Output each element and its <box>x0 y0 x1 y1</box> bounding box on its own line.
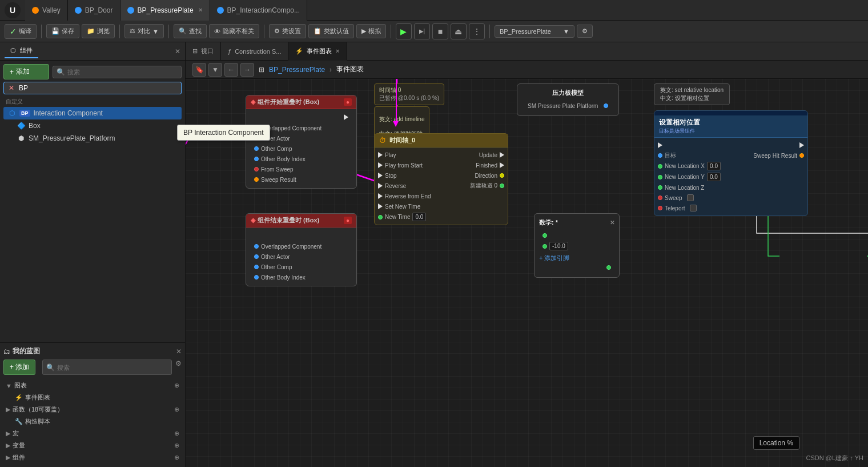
canvas-tab-construction[interactable]: ƒ Construction S... <box>221 42 288 61</box>
tab-close-button[interactable]: ✕ <box>198 7 203 13</box>
add-pin-row: + 添加引脚 <box>539 254 614 262</box>
more-play-options[interactable]: ⋮ <box>469 23 485 39</box>
variables-chevron-icon: ▶ <box>6 442 10 449</box>
separator-2 <box>119 25 120 38</box>
play-button[interactable]: ▶ <box>396 23 412 39</box>
mybp-search-icon: 🔍 <box>46 364 55 372</box>
new-time-pin <box>378 215 383 219</box>
mybp-search-input[interactable] <box>57 364 168 371</box>
node-begin-overlap[interactable]: ◈ 组件开始重叠时 (Box) ● Overlapped Component <box>246 95 357 189</box>
mybp-section-components[interactable]: ▶ 组件 ⊕ <box>3 452 182 464</box>
mybp-section-macro[interactable]: ▶ 宏 ⊕ <box>3 428 182 440</box>
from-sweep-pin <box>254 167 259 171</box>
compile-button[interactable]: ✓ 编译 <box>5 24 37 39</box>
node-set-relative-location[interactable]: 设置相对位置 目标是场景组件 <box>654 110 808 216</box>
mybp-settings-icon[interactable]: ⚙ <box>175 360 182 375</box>
class-settings-button[interactable]: ⚙ 类设置 <box>269 24 306 38</box>
mybp-search-box[interactable]: 🔍 <box>42 360 172 375</box>
pin-reverse-track: Reverse 新建轨道 0 <box>375 181 508 191</box>
bp-filter-clear-icon[interactable]: ✕ <box>9 84 14 92</box>
teleport-checkbox[interactable] <box>690 205 697 211</box>
pin-playfromstart-finished: Play from Start Finished <box>375 160 508 170</box>
tab-valley[interactable]: Valley <box>25 0 68 21</box>
components-add-icon[interactable]: ⊕ <box>174 454 179 461</box>
node-end-overlap[interactable]: ◈ 组件结束重叠时 (Box) ● Overlapped Component <box>246 213 357 286</box>
node-pressure-model[interactable]: 压力板模型 SM Pressure Plate Platform <box>517 83 619 116</box>
macro-chevron-icon: ▶ <box>6 430 10 437</box>
component-panel-close[interactable]: ✕ <box>175 47 180 55</box>
hide-irrelevant-button[interactable]: 👁 隐藏不相关 <box>209 24 259 38</box>
canvas-tab-eventgraph[interactable]: ⚡ 事件图表 ✕ <box>288 42 347 61</box>
search-icon: 🔍 <box>57 68 65 76</box>
event-icon: ⚡ <box>295 47 303 55</box>
update-exec-out <box>500 152 504 158</box>
graph-add-icon[interactable]: ⊕ <box>174 382 179 389</box>
bp-canvas[interactable]: ◈ 组件开始重叠时 (Box) ● Overlapped Component <box>186 79 868 467</box>
tab-components[interactable]: ⬡ 组件 <box>5 44 38 58</box>
component-search-input[interactable] <box>67 69 178 75</box>
comp-item-interaction[interactable]: ⬡ BP Interaction Component <box>3 107 182 119</box>
eject-button[interactable]: ⏏ <box>451 23 467 39</box>
component-search-box[interactable]: 🔍 <box>53 66 182 78</box>
end-other-comp-pin <box>254 265 259 269</box>
mybp-section-construct[interactable]: 🔧 构造脚本 <box>3 416 182 428</box>
nav-forward-button[interactable]: → <box>240 63 254 77</box>
mybp-section-functions[interactable]: ▶ 函数（18可覆盖） ⊕ <box>3 404 182 416</box>
bookmark-button[interactable]: 🔖 <box>192 63 206 77</box>
nav-chevron-button[interactable]: ▼ <box>208 63 222 77</box>
pin-end-other-actor: Other Actor <box>251 252 352 262</box>
default-values-button[interactable]: 📋 类默认值 <box>308 24 354 38</box>
timeline-node-body: Play Update Play from Start <box>375 147 508 225</box>
browse-button[interactable]: 📁 浏览 <box>82 24 115 38</box>
node-math[interactable]: 数学: * ✕ -10.0 + 添加引脚 <box>534 213 620 278</box>
add-component-button[interactable]: + 添加 <box>3 64 49 79</box>
simulate-button[interactable]: ▶ 模拟 <box>356 24 386 38</box>
target-pin <box>658 153 662 158</box>
construct-icon: 🔧 <box>15 418 23 425</box>
separator-3 <box>168 25 169 38</box>
comp-item-box[interactable]: 🔷 Box <box>3 119 182 132</box>
mybp-section-variables[interactable]: ▶ 变量 ⊕ <box>3 440 182 452</box>
component-panel-icon: ⬡ <box>10 47 16 54</box>
bppressureplate-icon <box>127 7 134 14</box>
functions-add-icon[interactable]: ⊕ <box>174 406 179 413</box>
mybp-panel-close[interactable]: ✕ <box>176 348 182 356</box>
find-button[interactable]: 🔍 查找 <box>174 24 207 38</box>
macro-add-icon[interactable]: ⊕ <box>174 430 179 437</box>
valley-icon <box>32 7 39 14</box>
save-button[interactable]: 💾 保存 <box>46 24 79 38</box>
hide-icon: 👁 <box>214 28 220 35</box>
bp-dropdown[interactable]: BP_PressurePlate ▼ <box>495 25 574 38</box>
sm-platform-pin <box>604 103 608 108</box>
main-layout: ⬡ 组件 ✕ + 添加 🔍 ✕ BP 自定义 <box>0 42 868 467</box>
stop-button[interactable]: ■ <box>432 23 448 39</box>
mybp-add-button[interactable]: + 添加 <box>3 360 35 375</box>
pin-end-exec-out <box>251 231 352 241</box>
canvas-tabs: ⊞ 视口 ƒ Construction S... ⚡ 事件图表 ✕ <box>186 42 868 61</box>
tab-bpinteraction[interactable]: BP_InteractionCompo... <box>210 0 307 21</box>
add-pin-button[interactable]: + 添加引脚 <box>539 254 569 262</box>
other-comp-pin <box>254 146 259 151</box>
nav-back-button[interactable]: ← <box>224 63 238 77</box>
comp-item-sm[interactable]: ⬢ SM_PressurePlate_Platform <box>3 132 182 145</box>
math-in2-pin <box>542 244 547 249</box>
mybp-section-event-graph[interactable]: ⚡ 事件图表 <box>3 392 182 404</box>
step-button[interactable]: ▶| <box>414 23 430 39</box>
bp-options-button[interactable]: ⚙ <box>577 25 593 38</box>
diff-button[interactable]: ⚖ 对比 ▼ <box>124 24 164 38</box>
mybp-section-graph[interactable]: ▼ 图表 ⊕ <box>3 380 182 392</box>
node-begin-overlap-body: Overlapped Component Other Actor Other C… <box>246 109 356 188</box>
canvas-tab-viewport[interactable]: ⊞ 视口 <box>186 42 221 61</box>
tab-bppressureplate[interactable]: BP_PressurePlate ✕ <box>120 0 210 21</box>
breadcrumb-bp[interactable]: BP_PressurePlate <box>269 66 325 74</box>
set-rel-node-subtitle <box>654 111 807 115</box>
canvas-area[interactable]: ⊞ 视口 ƒ Construction S... ⚡ 事件图表 ✕ 🔖 ▼ ← … <box>186 42 868 467</box>
layout-icon: ⊞ <box>259 66 264 74</box>
tab-bpdoor[interactable]: BP_Door <box>68 0 120 21</box>
variables-add-icon[interactable]: ⊕ <box>174 442 179 449</box>
sweep-checkbox[interactable] <box>687 194 694 201</box>
interaction-component-icon: ⬡ <box>8 109 16 117</box>
node-timeline[interactable]: ⏱ 时间轴_0 Play Update <box>374 133 508 225</box>
functions-chevron-icon: ▶ <box>6 406 10 413</box>
eventgraph-tab-close[interactable]: ✕ <box>335 48 340 54</box>
